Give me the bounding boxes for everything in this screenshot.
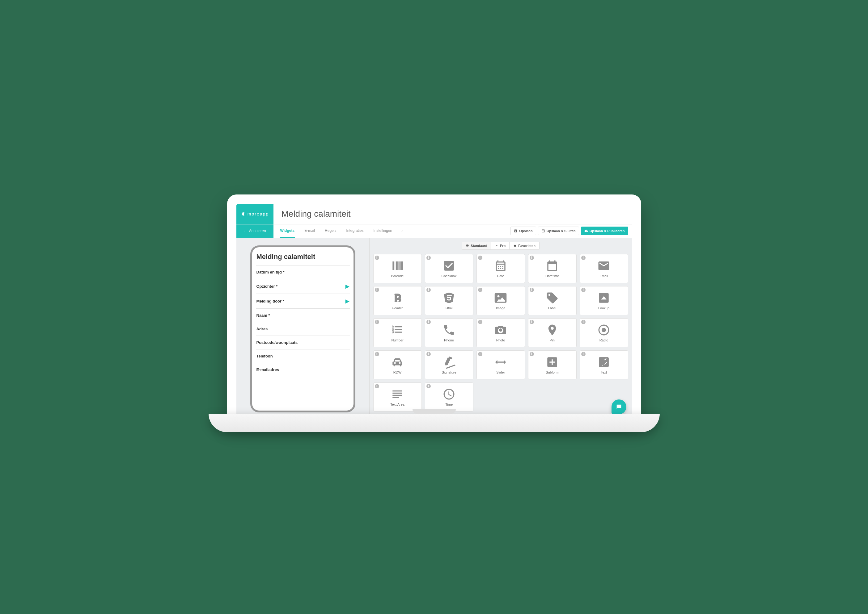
widget-email[interactable]: iEmail <box>580 254 628 283</box>
form-field[interactable]: Postcode/woonplaats <box>256 336 350 349</box>
field-label: Naam * <box>257 313 270 318</box>
topbar: moreapp Melding calamiteit <box>236 204 632 225</box>
brand-name: moreapp <box>247 211 269 216</box>
number-icon <box>391 324 404 336</box>
datetime-icon <box>546 259 559 272</box>
widget-time[interactable]: iTime <box>425 383 473 411</box>
form-field[interactable]: Datum en tijd * <box>256 265 350 279</box>
form-field[interactable]: Melding door *▶ <box>256 293 350 309</box>
tab-widgets[interactable]: Widgets <box>280 225 296 238</box>
info-icon[interactable]: i <box>426 288 431 292</box>
save-label: Opslaan <box>519 229 532 233</box>
widget-label: Radio <box>599 338 608 342</box>
widget-label: Lookup <box>598 306 609 310</box>
cancel-button[interactable]: ← Annuleren <box>236 225 274 238</box>
tab-integrations[interactable]: Integraties <box>345 225 364 238</box>
widget-subform[interactable]: iSubform <box>528 350 577 379</box>
header-icon <box>391 291 404 304</box>
info-icon[interactable]: i <box>581 256 586 260</box>
widget-pin[interactable]: iPin <box>528 318 577 347</box>
widget-tab-standard-label: Standaard <box>471 244 487 248</box>
widget-phone[interactable]: iPhone <box>425 318 473 347</box>
info-icon[interactable]: i <box>530 288 534 292</box>
widget-textarea[interactable]: iText Area <box>373 383 422 411</box>
radio-icon <box>597 324 610 336</box>
exit-icon <box>541 229 545 233</box>
logo-icon <box>241 211 246 216</box>
info-icon[interactable]: i <box>375 352 379 356</box>
tabs-collapse-icon[interactable]: ‹ <box>401 229 403 233</box>
info-icon[interactable]: i <box>530 352 534 356</box>
widget-tab-favorites[interactable]: Favorieten <box>510 242 540 250</box>
widget-label: Datetime <box>545 274 559 278</box>
info-icon[interactable]: i <box>375 384 379 388</box>
info-icon[interactable]: i <box>581 352 586 356</box>
form-field[interactable]: Telefoon <box>256 349 350 363</box>
tab-bar: Widgets E-mail Regels Integraties Instel… <box>274 225 511 238</box>
widget-lookup[interactable]: iLookup <box>580 286 628 315</box>
tab-settings[interactable]: Instellingen <box>373 225 393 238</box>
widget-number[interactable]: iNumber <box>373 318 422 347</box>
info-icon[interactable]: i <box>426 352 431 356</box>
info-icon[interactable]: i <box>426 256 431 260</box>
info-icon[interactable]: i <box>478 320 482 324</box>
lookup-icon <box>597 291 610 304</box>
info-icon[interactable]: i <box>375 288 379 292</box>
tab-email[interactable]: E-mail <box>304 225 316 238</box>
widget-image[interactable]: iImage <box>476 286 525 315</box>
widget-label: Date <box>497 274 504 278</box>
form-field[interactable]: Opzichter *▶ <box>256 279 350 293</box>
field-label: Telefoon <box>257 354 273 358</box>
widget-photo[interactable]: iPhoto <box>476 318 525 347</box>
cloud-upload-icon <box>584 229 588 233</box>
chevron-right-icon: ▶ <box>345 298 349 304</box>
field-label: Melding door * <box>257 299 284 304</box>
info-icon[interactable]: i <box>426 384 431 388</box>
info-icon[interactable]: i <box>581 320 586 324</box>
widget-header[interactable]: iHeader <box>373 286 422 315</box>
info-icon[interactable]: i <box>478 352 482 356</box>
info-icon[interactable]: i <box>530 320 534 324</box>
field-label: Postcode/woonplaats <box>257 340 298 345</box>
widget-datetime[interactable]: iDatetime <box>528 254 577 283</box>
save-publish-button[interactable]: Opslaan & Publiceren <box>581 226 628 235</box>
info-icon[interactable]: i <box>478 256 482 260</box>
email-icon <box>597 259 610 272</box>
form-field[interactable]: Adres <box>256 322 350 336</box>
info-icon[interactable]: i <box>375 256 379 260</box>
widget-html[interactable]: iHtml <box>425 286 473 315</box>
info-icon[interactable]: i <box>581 288 586 292</box>
barcode-icon <box>391 259 404 272</box>
checkbox-icon <box>442 259 456 272</box>
widget-label: Label <box>548 306 557 310</box>
subbar: ← Annuleren Widgets E-mail Regels Integr… <box>236 225 632 238</box>
info-icon[interactable]: i <box>478 288 482 292</box>
widget-label: Subform <box>546 371 559 374</box>
form-field[interactable]: Naam * <box>256 309 350 322</box>
form-title: Melding calamiteit <box>256 251 350 265</box>
content-area: Melding calamiteit Datum en tijd *Opzich… <box>236 238 632 420</box>
widget-tab-pro[interactable]: Pro <box>491 242 510 250</box>
info-icon[interactable]: i <box>375 320 379 324</box>
brand-logo[interactable]: moreapp <box>236 204 274 224</box>
widget-label: RDW <box>394 371 401 374</box>
widget-checkbox[interactable]: iCheckbox <box>425 254 473 283</box>
info-icon[interactable]: i <box>530 256 534 260</box>
widget-signature[interactable]: iSignature <box>425 350 473 379</box>
save-close-button[interactable]: Opslaan & Sluiten <box>538 226 579 235</box>
widget-radio[interactable]: iRadio <box>580 318 628 347</box>
widget-label[interactable]: iLabel <box>528 286 577 315</box>
widget-barcode[interactable]: iBarcode <box>373 254 422 283</box>
dashboard-icon <box>466 244 469 247</box>
save-button[interactable]: Opslaan <box>510 226 536 235</box>
info-icon[interactable]: i <box>426 320 431 324</box>
widget-tab-standard[interactable]: Standaard <box>462 242 491 250</box>
tab-rules[interactable]: Regels <box>324 225 337 238</box>
widget-date[interactable]: iDate <box>476 254 525 283</box>
chat-button[interactable] <box>611 400 626 414</box>
form-field[interactable]: E-mailadres <box>256 363 350 376</box>
widget-text[interactable]: iText <box>580 350 628 379</box>
widget-slider[interactable]: iSlider <box>476 350 525 379</box>
save-publish-label: Opslaan & Publiceren <box>590 229 625 233</box>
widget-rdw[interactable]: iRDW <box>373 350 422 379</box>
